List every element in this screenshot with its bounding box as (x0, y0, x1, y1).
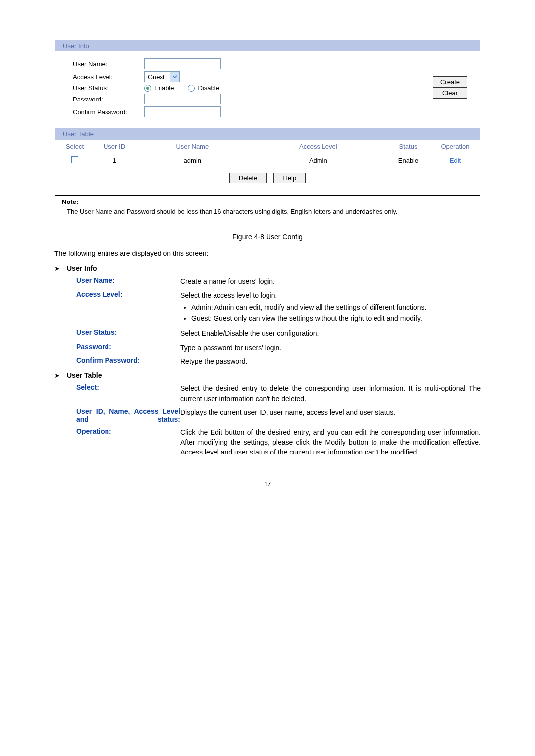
user-status-label: User Status: (73, 84, 137, 92)
table-button-row: Delete Help (55, 168, 480, 192)
row-accesslevel: Admin (251, 153, 386, 168)
col-username: User Name (134, 140, 251, 153)
col-accesslevel: Access Level (251, 140, 386, 153)
user-table-panel-header: User Table (55, 128, 480, 140)
intro-line: The following entries are displayed on t… (54, 250, 481, 257)
desc-combined: Displays the current user ID, user name,… (180, 407, 481, 417)
desc-accesslevel: Select the access level to login. Admin:… (180, 290, 481, 324)
term-accesslevel: Access Level: (76, 290, 180, 298)
def-operation: Operation: Click the Edit button of the … (54, 427, 481, 457)
user-name-label: User Name: (73, 60, 137, 68)
row-select-checkbox[interactable] (71, 156, 78, 163)
accesslevel-bullet-admin: Admin: Admin can edit, modify and view a… (191, 302, 481, 312)
note-label: Note: (62, 198, 480, 205)
def-password: Password: Type a password for users' log… (54, 343, 481, 353)
def-combined: User ID, Name, Access Level and status: … (54, 407, 481, 423)
def-select: Select: Select the desired entry to dele… (54, 383, 481, 403)
term-username: User Name: (76, 276, 180, 284)
create-button[interactable]: Create (433, 77, 467, 88)
def-accesslevel: Access Level: Select the access level to… (54, 290, 481, 324)
status-disable-text: Disable (198, 84, 219, 92)
col-userid: User ID (95, 140, 134, 153)
note-text: The User Name and Password should be les… (67, 207, 468, 216)
password-label: Password: (73, 96, 137, 103)
clear-button[interactable]: Clear (433, 88, 467, 98)
desc-confirmpassword: Retype the password. (180, 356, 481, 366)
access-level-select[interactable]: Guest (144, 71, 180, 82)
desc-operation: Click the Edit button of the desired ent… (180, 427, 481, 457)
table-row: 1 admin Admin Enable Edit (55, 153, 480, 168)
def-username: User Name: Create a name for users' logi… (54, 276, 481, 286)
term-select: Select: (76, 383, 180, 391)
figure-caption: Figure 4-8 User Config (54, 233, 481, 241)
arrow-bullet-icon: ➤ (54, 372, 60, 379)
desc-password: Type a password for users' login. (180, 343, 481, 353)
confirm-password-label: Confirm Password: (73, 108, 137, 116)
radio-unchecked-icon (188, 85, 195, 92)
desc-userstatus: Select Enable/Disable the user configura… (180, 328, 481, 338)
arrow-bullet-icon: ➤ (54, 265, 60, 272)
user-config-figure: User Info User Name: Access Level: Guest… (54, 40, 481, 217)
desc-select: Select the desired entry to delete the c… (180, 383, 481, 403)
note-separator: Note: The User Name and Password should … (55, 195, 480, 216)
section-user-info: ➤ User Info (54, 264, 481, 272)
col-status: Status (386, 140, 430, 153)
row-status: Enable (386, 153, 430, 168)
chevron-down-icon (170, 72, 179, 82)
user-info-panel-header: User Info (55, 40, 480, 51)
user-info-form: User Name: Access Level: Guest User Stat… (55, 51, 480, 128)
delete-button[interactable]: Delete (229, 173, 267, 183)
term-confirmpassword: Confirm Password: (76, 356, 180, 364)
section-title-userinfo: User Info (67, 264, 97, 272)
col-operation: Operation (430, 140, 480, 153)
user-table: Select User ID User Name Access Level St… (55, 140, 480, 168)
right-button-group: Create Clear (433, 76, 467, 99)
row-username: admin (134, 153, 251, 168)
confirm-password-input[interactable] (144, 106, 221, 117)
status-disable-radio[interactable]: Disable (188, 84, 219, 92)
term-password: Password: (76, 343, 180, 351)
password-input[interactable] (144, 94, 221, 104)
radio-checked-icon (144, 85, 151, 92)
status-enable-text: Enable (154, 84, 174, 92)
row-userid: 1 (95, 153, 134, 168)
access-level-label: Access Level: (73, 73, 137, 81)
help-button[interactable]: Help (273, 173, 306, 183)
term-userstatus: User Status: (76, 328, 180, 336)
section-user-table: ➤ User Table (54, 371, 481, 379)
term-operation: Operation: (76, 427, 180, 435)
status-enable-radio[interactable]: Enable (144, 84, 174, 92)
access-level-value: Guest (145, 72, 170, 82)
def-userstatus: User Status: Select Enable/Disable the u… (54, 328, 481, 338)
section-title-usertable: User Table (67, 371, 102, 379)
term-combined: User ID, Name, Access Level and status: (76, 407, 180, 423)
col-select: Select (55, 140, 95, 153)
row-edit-link[interactable]: Edit (450, 157, 461, 164)
page-number: 17 (54, 480, 481, 488)
user-name-input[interactable] (144, 58, 221, 69)
accesslevel-intro: Select the access level to login. (180, 291, 277, 299)
def-confirmpassword: Confirm Password: Retype the password. (54, 356, 481, 366)
desc-username: Create a name for users' login. (180, 276, 481, 286)
accesslevel-bullet-guest: Guest: Guest only can view the settings … (191, 313, 481, 323)
